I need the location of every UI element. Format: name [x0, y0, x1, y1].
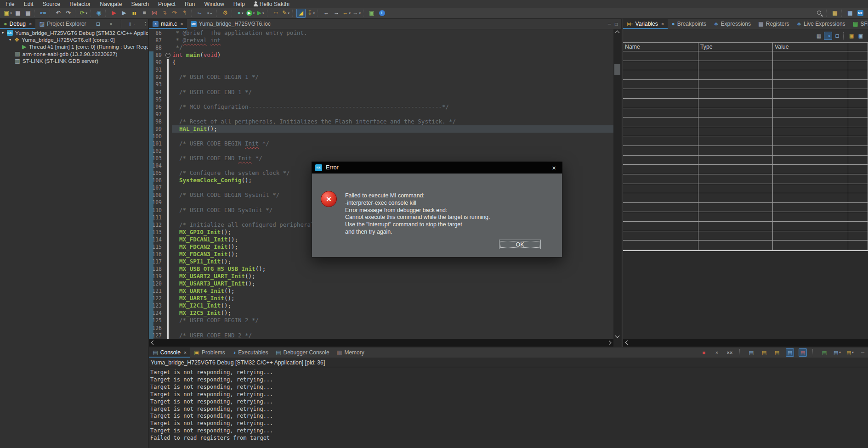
build-settings-button[interactable]: ⚙ [221, 9, 230, 18]
code-line-124[interactable]: 124 MX_I2C5_Init(); [149, 309, 613, 317]
pin-view-button[interactable]: ▣ [857, 32, 865, 40]
new-view-button[interactable]: ▣ [847, 32, 856, 40]
code-line-87[interactable]: 87 * @retval int [149, 37, 613, 44]
line-number[interactable]: 108 [149, 192, 165, 198]
scroll-down-icon[interactable] [613, 332, 621, 339]
variables-tab-live-expressions[interactable]: ∗Live Expressions [793, 19, 849, 29]
column-header-value[interactable]: Value [773, 43, 848, 51]
menu-file[interactable]: File [1, 0, 19, 8]
line-number[interactable]: 102 [149, 148, 165, 154]
line-number[interactable]: 92 [149, 74, 165, 80]
line-number[interactable]: 111 [149, 214, 165, 221]
minimize-icon[interactable]: ─ [608, 22, 611, 27]
variables-tab-variables[interactable]: (x)=Variables× [623, 19, 668, 29]
code-line-96[interactable]: 96 /* MCU Configuration-----------------… [149, 103, 613, 111]
scroll-left-icon[interactable] [151, 341, 156, 345]
code-line-126[interactable]: 126 [149, 325, 613, 332]
line-number[interactable]: 109 [149, 199, 165, 206]
line-number[interactable]: 105 [149, 170, 165, 176]
variables-table-row[interactable] [623, 174, 868, 184]
profile-button[interactable]: ▶▾ [256, 9, 265, 18]
scroll-lock-button[interactable]: ▤ [760, 348, 768, 357]
show-logical-structure-button[interactable]: ⇥ [824, 32, 832, 40]
editor-tab-yuma-bridge-h725vgt6-ioc[interactable]: MXYuma_bridge_H725VGT6.ioc [187, 19, 274, 29]
code-line-90[interactable]: 90{ [149, 59, 613, 66]
code-line-97[interactable]: 97 [149, 111, 613, 118]
menu-source[interactable]: Source [38, 0, 65, 8]
code-line-92[interactable]: 92 /* USER CODE BEGIN 1 */ [149, 73, 613, 81]
debug-tab-project-explorer[interactable]: ▨Project Explorer [35, 19, 90, 29]
code-line-122[interactable]: 122 MX_UART5_Init(); [149, 295, 613, 302]
variables-table-row[interactable] [623, 80, 868, 90]
debug-button[interactable]: ●▾ [236, 9, 245, 18]
console-tab-executables[interactable]: ◑Executables [229, 347, 272, 358]
close-icon[interactable]: × [549, 164, 559, 172]
variables-table-row[interactable] [623, 222, 868, 231]
code-line-127[interactable]: 127 /* USER CODE END 2 */ [149, 332, 613, 339]
code-line-118[interactable]: 118 MX_USB_OTG_HS_USB_Init(); [149, 265, 613, 273]
maximize-icon[interactable]: □ [615, 22, 618, 27]
console-tab-debugger-console[interactable]: ▤Debugger Console [272, 347, 333, 358]
line-number[interactable]: 100 [149, 133, 165, 140]
code-line-88[interactable]: 88 */ [149, 44, 613, 51]
line-number[interactable]: 93 [149, 81, 165, 88]
variables-tab-breakpoints[interactable]: ●Breakpoints [668, 19, 710, 29]
step-return-button[interactable]: ↰ [180, 9, 189, 18]
code-line-125[interactable]: 125 /* USER CODE BEGIN 2 */ [149, 317, 613, 324]
line-number[interactable]: 110 [149, 207, 165, 213]
user-menu[interactable]: Hello Sakthi [250, 0, 293, 8]
device-configuration-perspective-button[interactable]: MX [856, 9, 865, 18]
collapse-all-button[interactable]: ⊟ [833, 32, 841, 40]
terminate-button[interactable]: ■ [140, 9, 149, 18]
line-number[interactable]: 107 [149, 185, 165, 191]
variables-table-row[interactable] [623, 89, 868, 99]
redo-button[interactable]: ↷ [64, 9, 73, 18]
open-console-ok-button[interactable]: ▤ [820, 348, 828, 357]
word-wrap-button[interactable]: ▤ [773, 348, 781, 357]
undo-button[interactable]: ↶ [54, 9, 63, 18]
line-number[interactable]: 119 [149, 273, 165, 280]
line-number[interactable]: 121 [149, 288, 165, 294]
annotate-button[interactable]: ✎▾ [281, 9, 290, 18]
console-tab-memory[interactable]: ▥Memory [333, 347, 368, 358]
search-button[interactable] [815, 9, 824, 18]
pin-console-button[interactable]: ▤ [786, 348, 794, 357]
line-number[interactable]: 89 [149, 52, 165, 58]
variables-table-row[interactable] [623, 61, 868, 71]
information-button[interactable]: i [377, 9, 386, 18]
menu-navigate[interactable]: Navigate [95, 0, 126, 8]
line-number[interactable]: 97 [149, 111, 165, 118]
variables-tab-registers[interactable]: ▦Registers [755, 19, 793, 29]
tree-item[interactable]: ▥arm-none-eabi-gdb (13.2.90.20230627) [0, 50, 148, 57]
terminate-and-relaunch-button[interactable]: ▶ [109, 9, 119, 18]
editor-horizontal-scrollbar[interactable] [149, 339, 613, 347]
variables-table-row[interactable] [623, 146, 868, 156]
variables-table-row[interactable] [623, 203, 868, 213]
line-number[interactable]: 98 [149, 118, 165, 125]
code-line-101[interactable]: 101 /* USER CODE BEGIN Init */ [149, 140, 613, 147]
new-button[interactable]: ▣▾ [3, 9, 12, 18]
scroll-right-icon[interactable] [607, 341, 612, 345]
link-with-editor-button[interactable]: ▣ [367, 9, 376, 18]
code-line-119[interactable]: 119 MX_USART2_UART_Init(); [149, 273, 613, 280]
code-line-93[interactable]: 93 [149, 81, 613, 88]
scroll-up-icon[interactable] [613, 29, 621, 36]
remove-all-terminated-button[interactable]: × [107, 20, 115, 28]
variables-table-row[interactable] [623, 127, 868, 137]
resume-button[interactable]: ▶ [119, 9, 129, 18]
code-line-117[interactable]: 117 MX_SPI1_Init(); [149, 258, 613, 265]
code-line-98[interactable]: 98 /* Reset of all peripherals, Initiali… [149, 118, 613, 125]
line-number[interactable]: 95 [149, 96, 165, 103]
code-line-121[interactable]: 121 MX_UART4_Init(); [149, 287, 613, 295]
line-number[interactable]: 113 [149, 229, 165, 235]
variables-table-row[interactable] [623, 165, 868, 174]
variables-table-row[interactable] [623, 136, 868, 146]
line-number[interactable]: 127 [149, 332, 165, 339]
editor-vertical-scrollbar[interactable] [613, 29, 621, 339]
line-number[interactable]: 112 [149, 222, 165, 228]
line-number[interactable]: 126 [149, 325, 165, 331]
refresh-targets-button[interactable]: ⟳▾ [79, 9, 88, 18]
line-number[interactable]: 118 [149, 266, 165, 272]
tree-item[interactable]: ▾❖Yuma_bridge_H725VGT6.elf [cores: 0] [0, 36, 148, 43]
toggle-mark-occurrences-button[interactable]: ◢ [296, 9, 306, 18]
